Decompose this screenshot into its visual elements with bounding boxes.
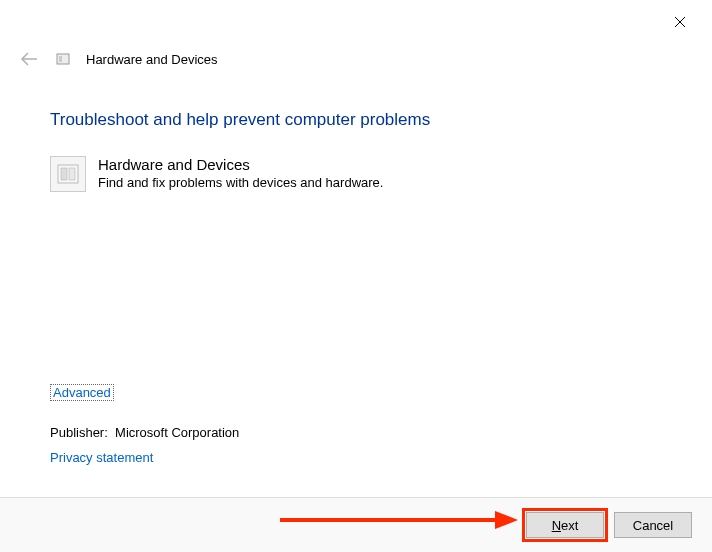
publisher-row: Publisher: Microsoft Corporation — [50, 425, 239, 440]
hardware-large-icon — [50, 156, 86, 192]
content: Troubleshoot and help prevent computer p… — [50, 110, 672, 192]
svg-rect-3 — [57, 54, 69, 64]
svg-rect-4 — [59, 56, 62, 62]
privacy-link[interactable]: Privacy statement — [50, 450, 239, 465]
svg-rect-6 — [61, 168, 67, 180]
next-button[interactable]: Next — [526, 512, 604, 538]
close-icon — [674, 16, 686, 28]
button-bar: Next Cancel — [0, 497, 712, 552]
next-label-rest: ext — [561, 518, 578, 533]
lower-section: Advanced Publisher: Microsoft Corporatio… — [50, 384, 239, 465]
troubleshooter-item: Hardware and Devices Find and fix proble… — [50, 156, 672, 192]
header: Hardware and Devices — [18, 48, 218, 70]
item-title: Hardware and Devices — [98, 156, 383, 173]
back-button[interactable] — [18, 48, 40, 70]
header-title: Hardware and Devices — [86, 52, 218, 67]
svg-rect-7 — [69, 168, 75, 180]
hardware-icon — [54, 50, 72, 68]
page-title: Troubleshoot and help prevent computer p… — [50, 110, 672, 130]
arrow-left-icon — [19, 52, 39, 66]
publisher-label: Publisher: — [50, 425, 108, 440]
cancel-button[interactable]: Cancel — [614, 512, 692, 538]
next-mnemonic: N — [552, 518, 561, 533]
item-description: Find and fix problems with devices and h… — [98, 175, 383, 190]
close-button[interactable] — [668, 10, 692, 34]
publisher-name: Microsoft Corporation — [115, 425, 239, 440]
advanced-link[interactable]: Advanced — [50, 384, 114, 401]
